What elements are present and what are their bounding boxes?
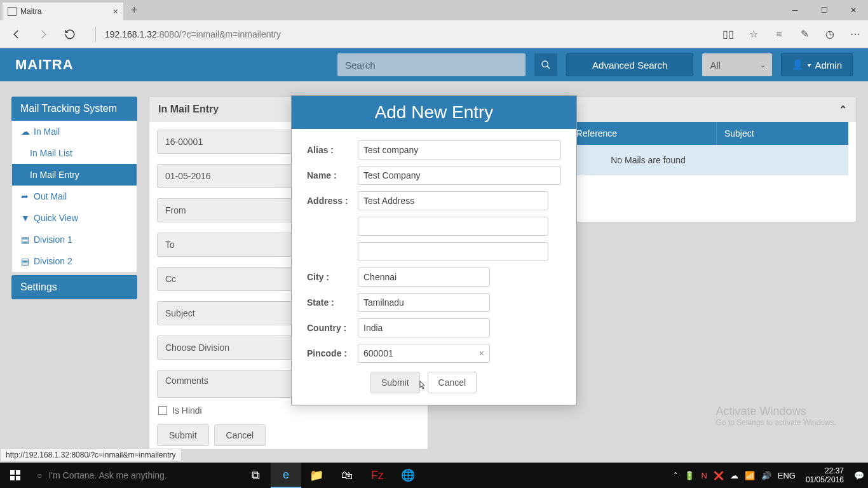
status-bar-link: http://192.168.1.32:8080/?c=inmail&m=inm… <box>0 449 182 461</box>
app-header: MAITRA Advanced Search All ⌄ 👤 ▾ Admin <box>0 48 868 81</box>
add-entry-modal: Add New Entry Alias : Test company Name … <box>291 95 577 405</box>
tray-notifications-icon[interactable]: 💬 <box>854 471 864 480</box>
svg-rect-2 <box>16 470 20 475</box>
web-note-icon[interactable]: ✎ <box>798 28 811 41</box>
tray-up-icon[interactable]: ˄ <box>674 471 678 480</box>
hub-icon[interactable]: ≡ <box>773 28 785 41</box>
tray-app-icon[interactable]: N <box>701 471 707 480</box>
name-label: Name : <box>307 170 358 180</box>
taskbar: ○ I'm Cortana. Ask me anything. ⧉ e 📁 🛍 … <box>0 463 868 488</box>
name-input[interactable]: Test Company <box>358 166 561 185</box>
favorites-icon[interactable]: ☆ <box>747 28 760 41</box>
modal-title: Add New Entry <box>292 96 576 129</box>
city-input[interactable]: Chennai <box>358 268 490 287</box>
brand-logo[interactable]: MAITRA <box>15 57 74 73</box>
alias-label: Alias : <box>307 145 358 155</box>
user-icon: 👤 <box>792 59 804 71</box>
address-input-3[interactable] <box>358 242 548 261</box>
edge-icon[interactable]: e <box>271 463 301 488</box>
tray-network-icon[interactable]: 📶 <box>745 471 755 480</box>
modal-cancel-button[interactable]: Cancel <box>428 372 477 393</box>
window-controls: ─ ☐ ✕ <box>780 0 868 20</box>
tab-close-icon[interactable]: × <box>113 6 118 17</box>
main-content: Mail Tracking System ☁ In Mail In Mail L… <box>0 81 868 465</box>
tray-volume-icon[interactable]: 🔊 <box>761 471 771 480</box>
windows-watermark: Activate Windows Go to Settings to activ… <box>716 405 836 427</box>
pincode-label: Pincode : <box>307 348 358 358</box>
share-icon[interactable]: ◷ <box>824 28 836 41</box>
advanced-search-button[interactable]: Advanced Search <box>566 53 693 76</box>
modal-buttons: Submit Cancel <box>370 372 561 393</box>
country-input[interactable]: India <box>358 318 490 337</box>
browser-tab[interactable]: Maitra × <box>3 3 123 20</box>
filezilla-icon[interactable]: Fz <box>362 463 393 488</box>
browser-nav-bar: 192.168.1.32:8080/?c=inmail&m=inmailentr… <box>0 20 868 48</box>
admin-menu[interactable]: 👤 ▾ Admin <box>781 53 853 76</box>
more-icon[interactable]: ⋯ <box>849 28 862 41</box>
cortana-search[interactable]: ○ I'm Cortana. Ask me anything. <box>31 463 240 488</box>
address-label: Address : <box>307 196 358 206</box>
window-maximize[interactable]: ☐ <box>810 0 839 20</box>
system-tray: ˄ 🔋 N ❌ ☁ 📶 🔊 ENG 22:37 01/05/2016 💬 <box>674 463 868 488</box>
city-label: City : <box>307 272 358 282</box>
tray-clock[interactable]: 22:37 01/05/2016 <box>802 466 848 485</box>
modal-submit-button[interactable]: Submit <box>370 372 420 393</box>
taskbar-left: ○ I'm Cortana. Ask me anything. ⧉ e 📁 🛍 … <box>0 463 423 488</box>
nav-right-icons: ▯▯ ☆ ≡ ✎ ◷ ⋯ <box>722 28 862 41</box>
nav-forward-button[interactable] <box>33 24 53 44</box>
modal-body: Alias : Test company Name : Test Company… <box>292 129 576 405</box>
address-bar[interactable]: 192.168.1.32:8080/?c=inmail&m=inmailentr… <box>105 29 281 39</box>
window-close[interactable]: ✕ <box>839 0 868 20</box>
tray-onedrive-icon[interactable]: ☁ <box>730 471 738 480</box>
task-view-icon[interactable]: ⧉ <box>240 463 271 488</box>
svg-rect-1 <box>10 470 15 475</box>
state-input[interactable]: Tamilnadu <box>358 293 490 312</box>
tray-battery-icon[interactable]: 🔋 <box>684 471 695 480</box>
url-separator <box>95 27 96 42</box>
svg-point-0 <box>542 61 548 67</box>
alias-input[interactable]: Test company <box>358 140 561 159</box>
country-label: Country : <box>307 323 358 333</box>
chevron-down-icon: ⌄ <box>760 61 766 69</box>
tray-app-icon[interactable]: ❌ <box>714 471 724 480</box>
address-input-2[interactable] <box>358 217 548 236</box>
nav-refresh-button[interactable] <box>60 24 80 44</box>
address-input-1[interactable]: Test Address <box>358 191 548 210</box>
search-input[interactable] <box>337 53 526 76</box>
store-icon[interactable]: 🛍 <box>332 463 362 488</box>
svg-rect-4 <box>16 476 20 480</box>
state-label: State : <box>307 297 358 308</box>
clear-icon[interactable]: × <box>479 348 484 358</box>
taskbar-apps: ⧉ e 📁 🛍 Fz 🌐 <box>240 463 423 488</box>
caret-down-icon: ▾ <box>808 62 811 69</box>
pincode-input[interactable]: 600001 × <box>358 344 490 363</box>
chrome-icon[interactable]: 🌐 <box>393 463 423 488</box>
explorer-icon[interactable]: 📁 <box>301 463 332 488</box>
cortana-icon: ○ <box>37 470 42 480</box>
new-tab-button[interactable]: + <box>131 4 138 17</box>
tab-favicon <box>8 7 17 16</box>
nav-back-button[interactable] <box>6 24 27 44</box>
browser-title-bar: Maitra × + ─ ☐ ✕ <box>0 0 868 20</box>
search-button[interactable] <box>534 53 557 76</box>
tray-lang[interactable]: ENG <box>778 471 796 480</box>
tab-title: Maitra <box>20 7 41 16</box>
window-minimize[interactable]: ─ <box>780 0 810 20</box>
svg-rect-3 <box>10 476 15 480</box>
reading-view-icon[interactable]: ▯▯ <box>722 28 735 41</box>
header-controls: Advanced Search All ⌄ 👤 ▾ Admin <box>337 53 853 76</box>
start-button[interactable] <box>0 463 31 488</box>
filter-dropdown[interactable]: All ⌄ <box>702 53 772 76</box>
